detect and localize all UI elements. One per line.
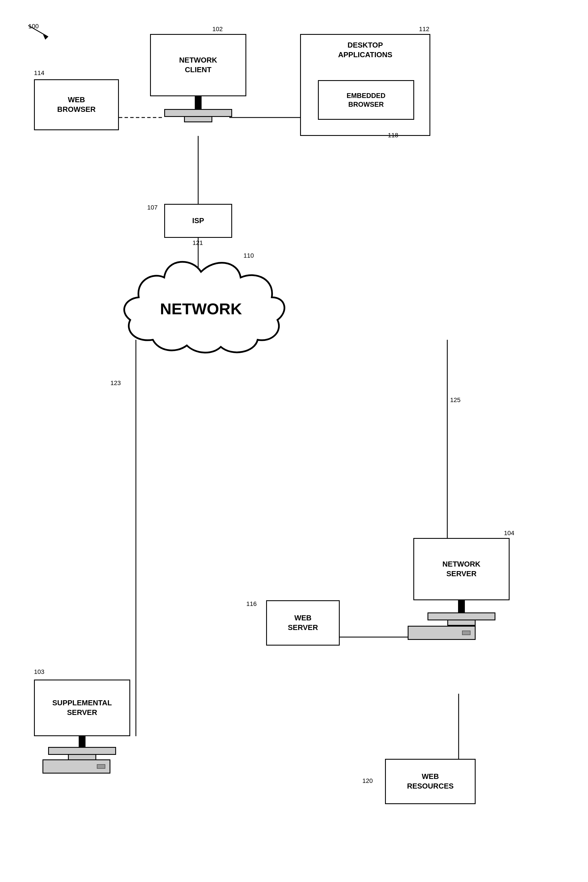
ref-116: 116 — [246, 600, 257, 608]
ref-102: 102 — [212, 26, 223, 33]
monitor-base-2 — [428, 612, 495, 620]
monitor-base-1 — [164, 109, 232, 117]
monitor-neck-1 — [195, 96, 202, 110]
monitor-base-3 — [48, 747, 116, 755]
supplemental-server-screen: SUPPLEMENTALSERVER — [34, 680, 130, 736]
network-cloud-svg: NETWORK — [102, 255, 300, 357]
arrow-100 — [22, 20, 57, 42]
ref-121: 121 — [192, 239, 203, 247]
ref-104: 104 — [504, 530, 514, 537]
ref-118: 118 — [388, 132, 398, 139]
desktop-applications-box: DESKTOPAPPLICATIONS EMBEDDEDBROWSER — [300, 34, 430, 136]
server-strip-3 — [42, 759, 110, 774]
ref-120: 120 — [362, 777, 373, 784]
ref-123: 123 — [110, 380, 121, 387]
ref-110: 110 — [243, 252, 254, 260]
embedded-browser-box: EMBEDDEDBROWSER — [318, 80, 414, 120]
web-server-box: WEBSERVER — [266, 600, 340, 646]
server-strip-2 — [408, 626, 476, 640]
web-browser-box: WEBBROWSER — [34, 79, 119, 130]
monitor-neck-3 — [79, 736, 86, 748]
ref-112: 112 — [419, 26, 429, 33]
ref-107: 107 — [147, 204, 158, 211]
network-client-screen: NETWORKCLIENT — [150, 34, 246, 96]
ref-125: 125 — [450, 396, 460, 404]
monitor-neck-2 — [458, 600, 465, 614]
web-resources-box: WEBRESOURCES — [385, 759, 476, 804]
monitor-foot-1 — [184, 116, 212, 122]
isp-box: ISP — [164, 204, 232, 238]
svg-text:NETWORK: NETWORK — [160, 300, 242, 318]
ref-114: 114 — [34, 69, 45, 77]
monitor-foot-2 — [447, 620, 476, 626]
diagram: 100 NETWORKCLIENT 102 DESKTOPAPPLICATION… — [0, 0, 588, 882]
ref-103: 103 — [34, 668, 45, 676]
svg-line-12 — [28, 26, 48, 37]
network-server-screen: NETWORKSERVER — [413, 538, 510, 600]
